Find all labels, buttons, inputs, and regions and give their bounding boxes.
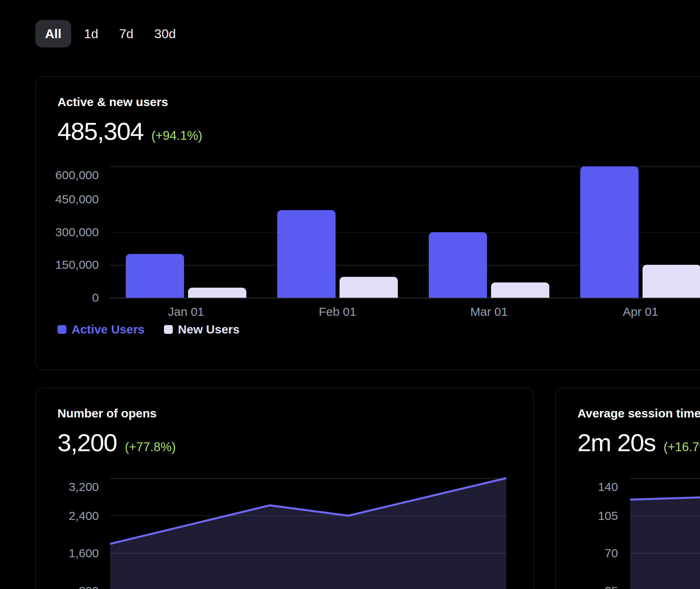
legend-item-new-users[interactable]: New Users: [164, 323, 239, 336]
tab-all[interactable]: All: [35, 20, 71, 47]
metric-delta: (+77.8%): [125, 440, 176, 454]
tab-1d[interactable]: 1d: [76, 20, 106, 47]
y-axis-tick-label: 600,000: [43, 168, 99, 182]
card-title: Number of opens: [57, 407, 157, 420]
x-axis-tick-label: Apr 01: [623, 305, 658, 319]
bar-active-users[interactable]: [277, 210, 336, 298]
y-axis-tick-label: 800: [43, 584, 99, 589]
bar-active-users[interactable]: [126, 254, 184, 298]
area-chart-canvas: [630, 478, 700, 589]
active-users-swatch-icon: [57, 325, 66, 334]
gridline: [110, 298, 700, 299]
metric-value: 485,304: [57, 117, 143, 145]
y-axis-tick-label: 0: [43, 291, 99, 305]
x-axis-tick-label: Jan 01: [168, 305, 204, 319]
x-axis-tick-label: Feb 01: [319, 305, 356, 319]
chart-legend: Active Users New Users: [57, 323, 239, 336]
y-axis-tick-label: 105: [562, 509, 618, 523]
y-axis-tick-label: 150,000: [43, 258, 99, 272]
new-users-swatch-icon: [164, 325, 173, 334]
y-axis-tick-label: 450,000: [43, 192, 99, 206]
card-title: Active & new users: [57, 95, 168, 109]
y-axis-tick-label: 300,000: [43, 225, 99, 239]
bar-new-users[interactable]: [491, 282, 549, 298]
y-axis-tick-label: 1,600: [43, 546, 99, 560]
tab-7d[interactable]: 7d: [111, 20, 141, 47]
metric-value: 3,200: [57, 428, 117, 457]
x-axis-tick-label: Mar 01: [470, 305, 508, 319]
card-number-of-opens: Number of opens 3,200 (+77.8%) 3,2002,40…: [35, 388, 534, 589]
y-axis-tick-label: 3,200: [43, 480, 99, 494]
y-axis-tick-label: 70: [562, 546, 618, 560]
metric-value: 2m 20s: [577, 428, 655, 457]
bar-new-users[interactable]: [340, 277, 398, 298]
y-axis-tick-label: 140: [562, 480, 618, 494]
bar-active-users[interactable]: [580, 166, 639, 298]
card-average-session-time: Average session time 2m 20s (+16.7%) 140…: [555, 388, 700, 589]
y-axis-tick-label: 2,400: [43, 509, 99, 523]
y-axis-tick-label: 35: [562, 584, 618, 589]
time-range-tabs: All 1d 7d 30d: [35, 20, 184, 47]
metric-delta: (+94.1%): [151, 129, 203, 143]
legend-label: New Users: [178, 323, 239, 336]
card-title: Average session time: [577, 407, 700, 420]
area-fill: [630, 494, 700, 589]
bar-new-users[interactable]: [643, 265, 700, 298]
metric-delta: (+16.7%): [663, 440, 700, 454]
card-active-new-users: Active & new users 485,304 (+94.1%) Acti…: [35, 76, 700, 370]
legend-label: Active Users: [72, 323, 145, 336]
area-chart-canvas: [110, 478, 506, 589]
legend-item-active-users[interactable]: Active Users: [57, 323, 145, 336]
area-fill: [110, 478, 506, 589]
tab-30d[interactable]: 30d: [146, 20, 184, 47]
bar-active-users[interactable]: [429, 232, 487, 298]
bar-new-users[interactable]: [188, 288, 246, 298]
